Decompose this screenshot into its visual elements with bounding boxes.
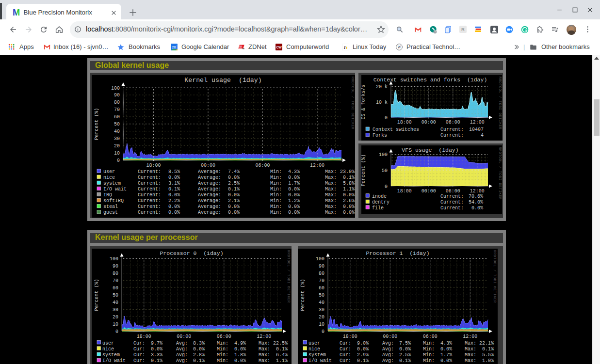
svg-text:0.1%: 0.1% — [168, 187, 180, 192]
svg-text:Context switches: Context switches — [373, 127, 419, 132]
svg-text:file: file — [372, 206, 384, 211]
svg-text:0.0%: 0.0% — [343, 192, 355, 198]
svg-text:30: 30 — [319, 307, 324, 313]
svg-text:0.0%: 0.0% — [288, 187, 300, 192]
svg-text:1.1%: 1.1% — [343, 187, 355, 192]
svg-text:20: 20 — [114, 143, 120, 149]
svg-text:RRDTOOL / TOBI OETIKER: RRDTOOL / TOBI OETIKER — [498, 147, 502, 200]
svg-text:IRQ: IRQ — [103, 192, 112, 198]
svg-text:softIRQ: softIRQ — [103, 198, 124, 204]
svg-text:70: 70 — [114, 107, 120, 112]
svg-text:Max:: Max: — [259, 358, 270, 364]
svg-text:06:00: 06:00 — [423, 334, 438, 339]
svg-text:Percent (%): Percent (%) — [361, 154, 366, 186]
svg-text:Max:: Max: — [325, 181, 337, 186]
svg-text:28: 28 — [172, 45, 176, 49]
svg-text:0.0%: 0.0% — [168, 175, 180, 180]
svg-text:Max:: Max: — [465, 347, 476, 352]
svg-text:00:00: 00:00 — [383, 334, 397, 339]
svg-text:10 k: 10 k — [376, 100, 388, 105]
svg-text:1.8%: 1.8% — [234, 352, 246, 358]
svg-text:Min:: Min: — [423, 358, 435, 364]
svg-text:4.9%: 4.9% — [234, 341, 246, 346]
svg-text:7.5%: 7.5% — [399, 341, 411, 346]
svg-text:Current:: Current: — [138, 175, 161, 180]
svg-text:100: 100 — [379, 152, 388, 158]
svg-text:3.1%: 3.1% — [168, 181, 180, 186]
svg-text:40: 40 — [319, 300, 324, 305]
svg-text:Current:: Current: — [440, 200, 464, 205]
svg-text:Avg:: Avg: — [382, 347, 394, 352]
svg-text:18:00: 18:00 — [146, 163, 161, 168]
svg-text:user: user — [103, 169, 115, 174]
svg-text:Min:: Min: — [270, 175, 282, 180]
svg-text:Avg:: Avg: — [382, 358, 394, 364]
svg-text:06:00: 06:00 — [255, 163, 270, 168]
svg-text:0: 0 — [115, 329, 118, 334]
svg-text:ZD: ZD — [238, 45, 243, 48]
svg-text:100: 100 — [110, 256, 118, 262]
svg-text:Processor 0 (1day): Processor 0 (1day) — [160, 250, 223, 256]
svg-text:?: ? — [435, 30, 436, 33]
svg-text:RRDTOOL / TOBI OETIKER: RRDTOOL / TOBI OETIKER — [498, 77, 502, 129]
svg-text:VFS usage (1day): VFS usage (1day) — [402, 147, 458, 153]
svg-text:Min:: Min: — [217, 341, 228, 346]
svg-text:0.0%: 0.0% — [288, 210, 300, 215]
svg-text:0.0%: 0.0% — [193, 347, 205, 352]
svg-text:Min:: Min: — [217, 352, 228, 358]
svg-text:1.7%: 1.7% — [440, 352, 452, 358]
svg-text:0.0%: 0.0% — [228, 210, 240, 215]
svg-text:0.0%: 0.0% — [440, 347, 452, 352]
svg-text:80: 80 — [319, 271, 324, 276]
svg-text:00:00: 00:00 — [422, 189, 436, 194]
svg-text:90: 90 — [113, 264, 118, 269]
svg-text:80: 80 — [114, 100, 120, 105]
svg-text:Max:: Max: — [325, 187, 337, 192]
svg-text:12:00: 12:00 — [470, 120, 485, 125]
svg-text:Cur:: Cur: — [340, 347, 351, 352]
svg-text:steal: steal — [103, 204, 118, 209]
svg-text:Cur:: Cur: — [133, 352, 145, 358]
svg-text:Average:: Average: — [198, 181, 221, 186]
svg-text:system: system — [308, 352, 326, 358]
svg-text:0.0%: 0.0% — [399, 347, 411, 352]
svg-text:0.0%: 0.0% — [168, 204, 180, 209]
svg-text:Current:: Current: — [440, 206, 464, 211]
svg-text:0.0%: 0.0% — [288, 175, 300, 180]
svg-text:0.1%: 0.1% — [228, 187, 240, 192]
svg-text:Average:: Average: — [198, 169, 221, 174]
svg-text:50: 50 — [382, 168, 388, 174]
svg-text:RRDTOOL / TOBI OETIKER: RRDTOOL / TOBI OETIKER — [493, 250, 497, 303]
svg-text:Current:: Current: — [138, 192, 161, 198]
svg-text:Max:: Max: — [325, 210, 337, 215]
svg-text:2.5%: 2.5% — [228, 181, 240, 186]
svg-text:90: 90 — [319, 264, 324, 269]
svg-text:W: W — [397, 45, 401, 49]
svg-text:Avg:: Avg: — [176, 352, 188, 358]
svg-text:20 k: 20 k — [376, 84, 388, 90]
svg-text:12:00: 12:00 — [470, 189, 485, 194]
svg-text:Min:: Min: — [270, 187, 282, 192]
svg-text:Max:: Max: — [259, 347, 270, 352]
svg-text:0.0%: 0.0% — [471, 206, 483, 211]
svg-text:22.1%: 22.1% — [479, 341, 494, 346]
svg-text:18:00: 18:00 — [397, 189, 412, 194]
svg-text:system: system — [103, 181, 121, 186]
svg-text:50: 50 — [114, 122, 120, 127]
svg-text:0.0%: 0.0% — [343, 204, 355, 209]
svg-text:RRDTOOL / TOBI OETIKER: RRDTOOL / TOBI OETIKER — [287, 250, 291, 303]
svg-text:Min:: Min: — [217, 347, 228, 352]
svg-text:70: 70 — [113, 278, 118, 284]
svg-text:Current:: Current: — [440, 194, 464, 199]
svg-text:1.0%: 1.0% — [482, 358, 494, 364]
svg-text:0.1%: 0.1% — [343, 175, 355, 180]
svg-text:Context switches and forks (1: Context switches and forks (1day) — [373, 77, 487, 83]
svg-text:Current:: Current: — [138, 187, 161, 192]
svg-text:user: user — [102, 341, 114, 346]
svg-text:Kernel usage (1day): Kernel usage (1day) — [184, 77, 262, 84]
svg-text:Max:: Max: — [325, 169, 337, 174]
svg-text:nice: nice — [102, 347, 114, 352]
svg-text:Avg:: Avg: — [382, 352, 394, 358]
svg-text:1.1%: 1.1% — [276, 358, 288, 364]
svg-text:50: 50 — [113, 293, 118, 298]
